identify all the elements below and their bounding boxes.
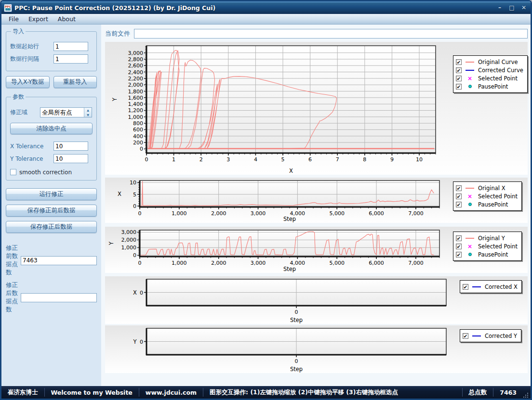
app-icon: PPC xyxy=(4,4,12,12)
svg-text:0: 0 xyxy=(140,290,143,296)
save-corrected-data-button[interactable]: 保存修正后数据 xyxy=(6,221,97,233)
svg-text:2,600: 2,600 xyxy=(128,63,144,69)
correction-domain-value: 全局所有点 xyxy=(40,108,84,117)
svg-text:10: 10 xyxy=(130,180,136,186)
legend-item: ✔Original Curve xyxy=(456,58,523,66)
menubar: File Export About xyxy=(1,14,531,25)
curve-line-marker-icon xyxy=(464,188,476,189)
original-y-step-chart[interactable]: 01,0002,0003,0004,0005,0006,0007,00001,0… xyxy=(105,227,447,273)
legend-label: PausePoint xyxy=(478,83,508,90)
titlebar[interactable]: PPC PPC: Pause Point Correction (2025121… xyxy=(1,1,531,14)
spinner-down-icon[interactable]: ▼ xyxy=(84,113,92,117)
legend-item: ✔Corrected X xyxy=(463,283,518,291)
svg-text:7: 7 xyxy=(336,156,339,163)
data-row-interval-label: 数据行间隔 xyxy=(10,55,53,63)
svg-text:0: 0 xyxy=(295,309,298,315)
resize-grip-icon[interactable] xyxy=(523,392,529,399)
data-start-row-input[interactable] xyxy=(53,42,88,51)
legend-checkbox[interactable]: ✔ xyxy=(456,202,462,207)
menu-export[interactable]: Export xyxy=(24,14,53,24)
original-x-step-chart[interactable]: 01,0002,0003,0004,0005,0006,0007,0000510… xyxy=(105,178,447,223)
svg-text:2,400: 2,400 xyxy=(128,69,144,76)
x-tolerance-label: X Tolerance xyxy=(10,143,53,150)
sidebar: 导入 数据起始行 数据行间隔 导入X-Y数据 重新导入 参数 修正域 xyxy=(1,25,101,386)
svg-text:7,000: 7,000 xyxy=(408,210,424,217)
legend-label: Original X xyxy=(478,185,505,192)
status-website-link[interactable]: www.jdcui.com xyxy=(139,388,203,397)
svg-text:2,000: 2,000 xyxy=(211,210,226,217)
close-button[interactable]: ✕ xyxy=(520,4,528,11)
legend-checkbox[interactable]: ✔ xyxy=(456,84,462,90)
svg-text:1,000: 1,000 xyxy=(121,245,137,251)
x-tolerance-input[interactable] xyxy=(53,142,88,151)
legend-item: ✔×Selected Point xyxy=(456,242,518,250)
legend-checkbox[interactable]: ✔ xyxy=(456,244,462,249)
legend-label: Corrected X xyxy=(485,284,518,290)
save-before-after-data-button[interactable]: 保存修正前后数据 xyxy=(6,205,97,217)
legend-item: ✔PausePoint xyxy=(456,250,518,258)
y-tolerance-input[interactable] xyxy=(53,154,88,163)
svg-text:X: X xyxy=(289,168,293,174)
legend-checkbox[interactable]: ✔ xyxy=(456,235,462,241)
svg-text:1,000: 1,000 xyxy=(128,114,144,120)
clear-selected-points-button[interactable]: 清除选中点 xyxy=(10,123,93,134)
svg-text:3,000: 3,000 xyxy=(121,229,137,235)
points-after-input[interactable] xyxy=(21,293,97,302)
pause-point-marker-icon xyxy=(464,203,476,206)
svg-text:2,800: 2,800 xyxy=(128,56,144,63)
data-row-interval-input[interactable] xyxy=(53,54,88,64)
window-title: PPC: Pause Point Correction (20251212) (… xyxy=(14,4,496,12)
selected-point-marker-icon: × xyxy=(464,76,476,81)
correction-domain-select[interactable]: 全局所有点 ▲ ▼ xyxy=(40,107,92,117)
svg-text:2,000: 2,000 xyxy=(211,260,226,266)
run-correction-button[interactable]: 运行修正 xyxy=(6,188,97,200)
selected-point-marker-icon: × xyxy=(464,244,476,249)
maximize-button[interactable]: □ xyxy=(508,4,516,11)
svg-text:6: 6 xyxy=(308,156,312,163)
svg-text:5,000: 5,000 xyxy=(329,210,345,217)
legend-checkbox[interactable]: ✔ xyxy=(456,59,462,65)
spinner-buttons[interactable]: ▲ ▼ xyxy=(84,108,92,117)
legend-checkbox[interactable]: ✔ xyxy=(456,185,462,191)
legend-item: ✔Original X xyxy=(456,184,518,192)
corrected-y-step-chart[interactable]: 00StepY xyxy=(105,325,448,373)
smooth-correction-checkbox[interactable] xyxy=(10,169,16,175)
legend-item: ✔PausePoint xyxy=(456,82,523,90)
reimport-button[interactable]: 重新导入 xyxy=(53,76,97,88)
legend-corrected-x: ✔Corrected X xyxy=(460,280,522,293)
points-before-input[interactable] xyxy=(21,256,97,265)
menu-file[interactable]: File xyxy=(4,14,23,24)
legend-checkbox[interactable]: ✔ xyxy=(456,67,462,73)
legend-checkbox[interactable]: ✔ xyxy=(456,76,462,81)
main-xy-chart[interactable]: 01234567891002004006008001,0001,2001,400… xyxy=(105,42,441,175)
legend-checkbox[interactable]: ✔ xyxy=(463,333,468,339)
spinner-up-icon[interactable]: ▲ xyxy=(84,108,92,113)
y-tolerance-label: Y Tolerance xyxy=(10,155,53,162)
current-file-input[interactable] xyxy=(134,29,528,39)
legend-checkbox[interactable]: ✔ xyxy=(456,252,462,258)
curve-line-marker-icon xyxy=(471,286,482,287)
svg-text:200: 200 xyxy=(133,140,143,146)
import-xy-data-button[interactable]: 导入X-Y数据 xyxy=(6,76,50,88)
legend-main-chart: ✔Original Curve✔Corrected Curve✔×Selecte… xyxy=(453,55,528,93)
svg-text:400: 400 xyxy=(133,133,143,140)
params-group-title: 参数 xyxy=(11,93,26,101)
minimize-button[interactable]: – xyxy=(496,4,504,11)
legend-checkbox[interactable]: ✔ xyxy=(456,194,462,199)
svg-text:1,800: 1,800 xyxy=(128,89,144,95)
menu-about[interactable]: About xyxy=(53,14,80,24)
svg-text:2,000: 2,000 xyxy=(128,82,144,88)
svg-text:X: X xyxy=(118,191,121,197)
legend-label: Corrected Y xyxy=(485,333,517,339)
status-welcome: Welcome to my Website xyxy=(45,388,139,397)
status-author: 崔济东博士 xyxy=(1,388,45,397)
current-file-label: 当前文件 xyxy=(105,29,130,38)
corrected-x-step-chart[interactable]: 00StepX xyxy=(105,276,448,324)
app-icon-chart-glyph xyxy=(5,8,11,11)
svg-text:5,000: 5,000 xyxy=(329,260,345,266)
svg-text:1,200: 1,200 xyxy=(128,107,144,114)
legend-item: ✔×Selected Point xyxy=(456,74,523,82)
legend-checkbox[interactable]: ✔ xyxy=(463,284,468,290)
legend-label: Corrected Curve xyxy=(478,67,523,74)
svg-text:5: 5 xyxy=(133,192,136,198)
